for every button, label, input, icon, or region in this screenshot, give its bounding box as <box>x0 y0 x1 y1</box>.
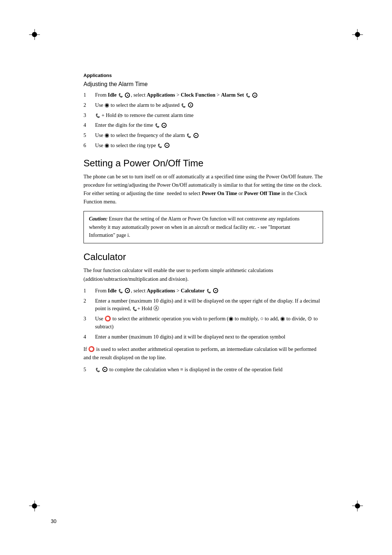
calculator-steps-list: 1 From Idle 📞 , select Applications > Ca… <box>83 287 323 341</box>
page-content: Applications Adjusting the Alarm Time 1 … <box>33 22 359 407</box>
ok-icon-6 <box>164 143 170 148</box>
calc-step-3: 3 Use ⭕ to select the arithmetic operati… <box>83 315 323 331</box>
ok-icon-c2 <box>213 288 218 293</box>
phone-icon-c2: 📞 <box>206 288 211 294</box>
ok-icon-c3 <box>102 367 107 372</box>
alarm-step-4: 4 Enter the digits for the time 📞 <box>83 121 323 129</box>
section-label: Applications <box>83 73 323 78</box>
phone-icon-5: 📞 <box>155 122 160 129</box>
phone-icon-c4: 📞 <box>95 367 100 373</box>
alarm-step-6: 6 Use ◉ to select the ring type 📞 <box>83 142 323 150</box>
power-section-heading: Setting a Power On/Off Time <box>83 158 323 169</box>
ok-icon-1 <box>125 93 130 98</box>
caution-box: Caution: Ensure that the setting of the … <box>83 211 323 243</box>
phone-icon-6: 📞 <box>186 133 191 139</box>
subsection-alarm-title: Adjusting the Alarm Time <box>83 81 323 88</box>
alarm-step-1: 1 From Idle 📞 , select Applications > Cl… <box>83 91 323 99</box>
corner-dot-bottom-left <box>32 503 37 509</box>
corner-dot-bottom-right <box>355 503 360 509</box>
ok-icon-5 <box>193 133 199 138</box>
ok-icon-2 <box>252 93 257 98</box>
alarm-steps-list: 1 From Idle 📞 , select Applications > Cl… <box>83 91 323 150</box>
calc-step-4: 4 Enter a number (maximum 10 digits) and… <box>83 333 323 341</box>
corner-mark-top-left <box>29 29 44 44</box>
ok-icon-3 <box>188 102 193 108</box>
alarm-step-5: 5 Use ◉ to select the frequency of the a… <box>83 131 323 139</box>
phone-icon-2: 📞 <box>245 92 250 98</box>
phone-icon-c3: 📞 <box>132 306 137 312</box>
phone-icon-1: 📞 <box>118 92 123 98</box>
power-body-text: The phone can be set to turn itself on o… <box>83 173 323 206</box>
alarm-step-2: 2 Use ◉ to select the alarm to be adjust… <box>83 101 323 109</box>
ok-icon-c1 <box>125 288 130 293</box>
calculator-section-heading: Calculator <box>83 251 323 263</box>
phone-icon-c1: 📞 <box>118 288 123 294</box>
page: Applications Adjusting the Alarm Time 1 … <box>0 0 392 555</box>
ok-icon-4 <box>162 123 167 128</box>
calculator-mid-text: If ⭕ is used to select another arithmeti… <box>83 345 323 362</box>
corner-dot-top-left <box>32 32 37 37</box>
phone-icon-7: 📞 <box>157 143 162 149</box>
alarm-step-3: 3 📞 + Hold 🗁 to remove the current alarm… <box>83 112 323 119</box>
calculator-steps2-list: 5 📞 to complete the calculation when = i… <box>83 366 323 374</box>
phone-icon-4: 📞 <box>95 113 100 119</box>
corner-dot-top-right <box>355 32 360 37</box>
calculator-intro-text: The four function calculator will enable… <box>83 266 323 283</box>
calc-step-1: 1 From Idle 📞 , select Applications > Ca… <box>83 287 323 295</box>
calc-step-2: 2 Enter a number (maximum 10 digits) and… <box>83 297 323 313</box>
page-number: 30 <box>51 518 57 524</box>
phone-icon-3: 📞 <box>181 102 186 109</box>
calc-step-5: 5 📞 to complete the calculation when = i… <box>83 366 323 374</box>
